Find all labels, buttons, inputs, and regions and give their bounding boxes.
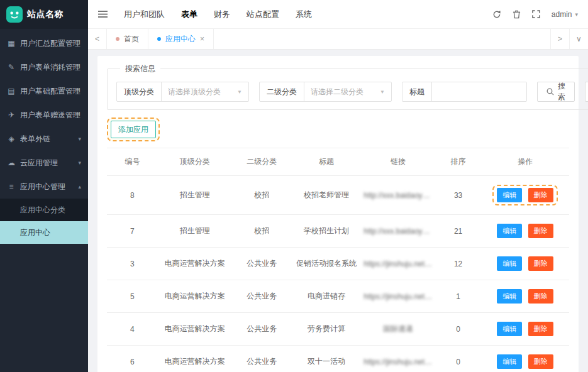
cell-top-category: 电商运营解决方案 <box>158 248 232 280</box>
table-row: 4 电商运营解决方案 公共业务 劳务费计算 国际速递 0 编辑 删除 <box>107 313 569 346</box>
cell-top-category: 招生管理 <box>158 215 232 248</box>
sidebar-item-label: 应用中心管理 <box>20 182 65 192</box>
sidebar-subitem-label: 应用中心 <box>20 227 50 238</box>
nav-item-users-teams[interactable]: 用户和团队 <box>124 9 165 20</box>
cell-top-category: 电商运营解决方案 <box>158 313 232 346</box>
cell-link: http://xxx.baidaoyu… <box>361 215 435 248</box>
select-placeholder: 请选择顶级分类 <box>168 87 221 97</box>
sidebar-item-form-external-link[interactable]: ◈ 表单外链 ▾ <box>0 127 88 151</box>
sidebar-subitem-app-center[interactable]: 应用中心 <box>0 221 88 244</box>
cell-link: https://jinshuju.net/f… <box>361 346 435 372</box>
add-app-button[interactable]: 添加应用 <box>111 121 156 138</box>
logo-icon <box>6 6 23 23</box>
sidebar-menu: ▦ 用户汇总配置管理 ✎ 用户表单消耗管理 ▤ 用户基础配置管理 ✈ 用户表单赠… <box>0 29 88 372</box>
send-icon: ✈ <box>7 111 16 119</box>
sidebar-item-app-center-admin[interactable]: ≡ 应用中心管理 ▴ <box>0 175 88 199</box>
delete-button[interactable]: 删除 <box>528 224 553 238</box>
sidebar-item-user-base-config[interactable]: ▤ 用户基础配置管理 <box>0 79 88 103</box>
title-input[interactable] <box>432 82 526 101</box>
close-icon[interactable]: × <box>200 35 204 43</box>
nav-item-finance[interactable]: 财务 <box>214 9 230 20</box>
tab-home[interactable]: 首页 <box>107 29 148 49</box>
reset-button[interactable]: 重置 <box>585 82 588 102</box>
cell-id: 6 <box>107 346 158 372</box>
sidebar-item-user-summary-config[interactable]: ▦ 用户汇总配置管理 <box>0 31 88 55</box>
logo[interactable]: 站点名称 <box>0 0 88 29</box>
cell-second-category: 校招 <box>231 176 292 215</box>
delete-button[interactable]: 删除 <box>528 188 553 202</box>
chevron-down-icon: ▾ <box>575 11 578 18</box>
refresh-icon[interactable] <box>492 10 501 19</box>
delete-button[interactable]: 删除 <box>528 322 553 336</box>
edit-button[interactable]: 编辑 <box>497 354 522 369</box>
cell-link: https://jinshuju.net/f… <box>361 280 435 313</box>
nav-item-site-config[interactable]: 站点配置 <box>247 9 279 20</box>
cell-title: 双十一活动 <box>292 346 361 372</box>
top-navbar: 用户和团队 表单 财务 站点配置 系统 admin ▾ <box>88 0 588 29</box>
sidebar-item-label: 用户基础配置管理 <box>20 86 80 97</box>
search-panel-title: 搜索信息 <box>120 63 160 74</box>
username: admin <box>552 10 572 19</box>
sidebar-item-user-form-consume[interactable]: ✎ 用户表单消耗管理 <box>0 55 88 79</box>
tabs-scroll-right-button[interactable]: > <box>550 29 569 49</box>
edit-button[interactable]: 编辑 <box>497 289 522 304</box>
sidebar-item-label: 用户表单赠送管理 <box>20 110 80 121</box>
cell-actions: 编辑 删除 <box>481 248 569 280</box>
column-header-second-category: 二级分类 <box>231 148 292 176</box>
apps-icon: ≡ <box>7 182 16 191</box>
tab-app-center[interactable]: 应用中心 × <box>148 29 214 49</box>
cell-sort: 0 <box>435 313 482 346</box>
edit-button[interactable]: 编辑 <box>497 224 522 238</box>
sidebar-item-user-form-gift[interactable]: ✈ 用户表单赠送管理 <box>0 103 88 127</box>
column-header-id: 编号 <box>107 148 158 176</box>
cell-id: 4 <box>107 313 158 346</box>
cell-top-category: 电商运营解决方案 <box>158 280 232 313</box>
second-category-field: 二级分类 请选择二级分类 ▼ <box>259 82 392 102</box>
top-category-field: 顶级分类 请选择顶级分类 ▼ <box>116 82 249 102</box>
annotation-highlight: 添加应用 <box>107 118 160 141</box>
nav-item-system[interactable]: 系统 <box>296 9 312 20</box>
table-row: 6 电商运营解决方案 公共业务 双十一活动 https://jinshuju.n… <box>107 346 569 372</box>
top-category-select[interactable]: 请选择顶级分类 ▼ <box>162 82 248 101</box>
cell-link: http://xxx.baidaoyu… <box>361 176 435 215</box>
cell-actions: 编辑 删除 <box>481 280 569 313</box>
edit-button[interactable]: 编辑 <box>497 322 522 336</box>
sidebar-subitem-app-center-category[interactable]: 应用中心分类 <box>0 199 88 221</box>
sidebar-submenu: 应用中心分类 应用中心 <box>0 199 88 244</box>
cell-sort: 12 <box>435 248 482 280</box>
column-header-sort: 排序 <box>435 148 482 176</box>
delete-button[interactable]: 删除 <box>528 354 553 369</box>
tabs-menu-button[interactable]: ∨ <box>569 29 588 49</box>
second-category-select[interactable]: 请选择二级分类 ▼ <box>304 82 391 101</box>
search-panel: 搜索信息 顶级分类 请选择顶级分类 ▼ 二级分类 请选择二 <box>107 63 588 110</box>
edit-button[interactable]: 编辑 <box>497 188 522 202</box>
title-field: 标题 <box>402 82 527 102</box>
edit-button[interactable]: 编辑 <box>497 256 522 271</box>
search-icon <box>546 88 554 96</box>
app-table: 编号 顶级分类 二级分类 标题 链接 排序 操作 8 招生管理 <box>107 148 569 372</box>
sidebar-item-cloud-app[interactable]: ☁ 云应用管理 ▾ <box>0 151 88 175</box>
content-card: 搜索信息 顶级分类 请选择顶级分类 ▼ 二级分类 请选择二 <box>97 56 579 372</box>
search-button[interactable]: 搜索 <box>537 82 575 102</box>
sidebar-item-label: 用户汇总配置管理 <box>20 38 80 49</box>
table-row: 5 电商运营解决方案 公共业务 电商进销存 https://jinshuju.n… <box>107 280 569 313</box>
nav-item-forms[interactable]: 表单 <box>181 9 197 20</box>
site-name: 站点名称 <box>27 9 64 20</box>
table-row: 7 招生管理 校招 学校招生计划 http://xxx.baidaoyu… 21… <box>107 215 569 248</box>
column-header-link: 链接 <box>361 148 435 176</box>
cell-sort: 33 <box>435 176 482 215</box>
tabs-scroll-left-button[interactable]: < <box>88 29 107 49</box>
user-menu[interactable]: admin ▾ <box>552 10 578 19</box>
cell-sort: 21 <box>435 215 482 248</box>
pen-icon: ✎ <box>7 63 16 72</box>
cell-id: 5 <box>107 280 158 313</box>
clear-trash-icon[interactable] <box>513 10 521 19</box>
fullscreen-icon[interactable] <box>532 10 540 18</box>
delete-button[interactable]: 删除 <box>528 256 553 271</box>
cell-id: 7 <box>107 215 158 248</box>
cell-title: 校招老师管理 <box>292 176 361 215</box>
cell-actions: 编辑 删除 <box>481 346 569 372</box>
delete-button[interactable]: 删除 <box>528 289 553 304</box>
hamburger-icon[interactable] <box>98 10 108 18</box>
tab-dot <box>116 37 119 41</box>
